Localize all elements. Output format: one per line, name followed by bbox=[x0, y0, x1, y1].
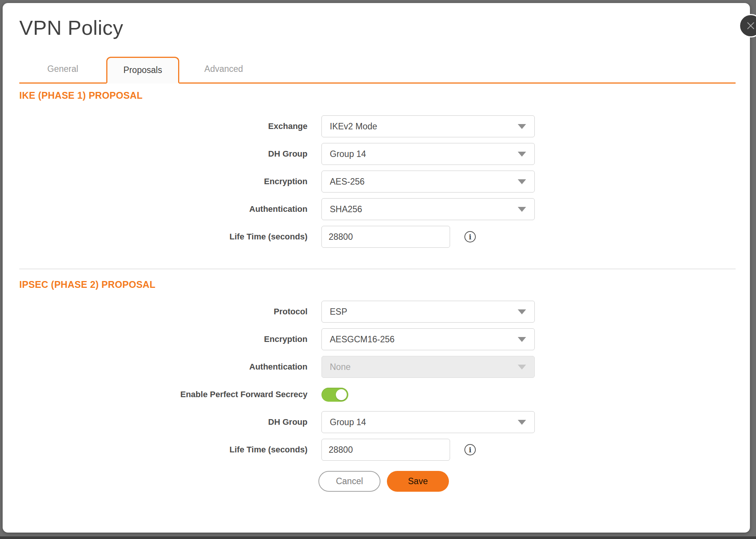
form-row-ike-authentication: Authentication SHA256 bbox=[19, 198, 736, 220]
section-divider bbox=[19, 269, 736, 269]
ipsec-dh-group-label: DH Group bbox=[19, 417, 307, 427]
ike-lifetime-input[interactable] bbox=[321, 226, 450, 248]
chevron-down-icon bbox=[518, 152, 526, 157]
info-icon[interactable]: i bbox=[464, 444, 476, 455]
ike-lifetime-label: Life Time (seconds) bbox=[19, 232, 307, 242]
ike-encryption-select-value: AES-256 bbox=[330, 177, 365, 187]
vpn-policy-dialog: VPN Policy General Proposals Advanced IK… bbox=[3, 3, 750, 533]
page-title: VPN Policy bbox=[19, 16, 750, 39]
form-row-protocol: Protocol ESP bbox=[19, 301, 736, 323]
ike-authentication-select-value: SHA256 bbox=[330, 204, 362, 214]
protocol-select[interactable]: ESP bbox=[321, 301, 535, 323]
chevron-down-icon bbox=[518, 337, 526, 342]
tab-advanced[interactable]: Advanced bbox=[179, 56, 268, 82]
protocol-select-value: ESP bbox=[330, 307, 347, 317]
exchange-select-value: IKEv2 Mode bbox=[330, 121, 377, 132]
ike-authentication-select[interactable]: SHA256 bbox=[321, 198, 535, 220]
ike-dh-group-label: DH Group bbox=[19, 149, 307, 159]
ike-authentication-label: Authentication bbox=[19, 204, 307, 214]
ike-dh-group-select-value: Group 14 bbox=[330, 149, 366, 159]
ipsec-lifetime-input[interactable] bbox=[321, 439, 450, 461]
ike-encryption-label: Encryption bbox=[19, 177, 307, 186]
chevron-down-icon bbox=[518, 365, 526, 370]
form-row-ike-encryption: Encryption AES-256 bbox=[19, 171, 736, 193]
tab-proposals[interactable]: Proposals bbox=[106, 57, 179, 84]
form-row-pfs-toggle: Enable Perfect Forward Secrecy bbox=[19, 384, 736, 405]
tab-panel-proposals: IKE (PHASE 1) PROPOSAL Exchange IKEv2 Mo… bbox=[3, 90, 750, 492]
exchange-label: Exchange bbox=[19, 121, 307, 131]
ipsec-dh-group-select[interactable]: Group 14 bbox=[321, 411, 535, 433]
chevron-down-icon bbox=[518, 179, 526, 184]
form-row-ipsec-dh-group: DH Group Group 14 bbox=[19, 411, 736, 433]
save-button[interactable]: Save bbox=[387, 471, 449, 492]
pfs-toggle[interactable] bbox=[321, 388, 348, 402]
tab-bar: General Proposals Advanced bbox=[19, 56, 736, 84]
cancel-button[interactable]: Cancel bbox=[318, 471, 380, 492]
chevron-down-icon bbox=[518, 309, 526, 314]
ipsec-dh-group-select-value: Group 14 bbox=[330, 417, 366, 427]
screen-background: VPN Policy General Proposals Advanced IK… bbox=[0, 0, 756, 539]
form-row-ike-lifetime: Life Time (seconds) i bbox=[19, 226, 736, 248]
info-icon[interactable]: i bbox=[464, 231, 476, 242]
ipsec-encryption-select-value: AESGCM16-256 bbox=[330, 334, 394, 345]
chevron-down-icon bbox=[518, 420, 526, 425]
ipsec-section-heading: IPSEC (PHASE 2) PROPOSAL bbox=[19, 279, 736, 290]
chevron-down-icon bbox=[518, 207, 526, 212]
ike-section: Exchange IKEv2 Mode DH Group Group 14 bbox=[19, 115, 736, 248]
tab-general[interactable]: General bbox=[19, 56, 106, 82]
ipsec-authentication-select-value: None bbox=[330, 362, 351, 372]
ipsec-encryption-select[interactable]: AESGCM16-256 bbox=[321, 328, 535, 350]
ipsec-authentication-label: Authentication bbox=[19, 362, 307, 372]
chevron-down-icon bbox=[518, 124, 526, 129]
ipsec-encryption-label: Encryption bbox=[19, 334, 307, 344]
pfs-toggle-label: Enable Perfect Forward Secrecy bbox=[19, 390, 307, 399]
ipsec-lifetime-label: Life Time (seconds) bbox=[19, 445, 307, 455]
form-row-ipsec-authentication: Authentication None bbox=[19, 356, 736, 378]
dialog-footer: Cancel Save bbox=[318, 471, 736, 492]
exchange-select[interactable]: IKEv2 Mode bbox=[321, 115, 535, 137]
ipsec-section: Protocol ESP Encryption AESGCM16-256 bbox=[19, 301, 736, 461]
ipsec-authentication-select-disabled: None bbox=[321, 356, 535, 378]
form-row-ipsec-encryption: Encryption AESGCM16-256 bbox=[19, 328, 736, 350]
close-x-icon bbox=[746, 21, 756, 31]
form-row-exchange: Exchange IKEv2 Mode bbox=[19, 115, 736, 137]
toggle-knob bbox=[336, 389, 347, 400]
ike-dh-group-select[interactable]: Group 14 bbox=[321, 143, 535, 165]
ike-encryption-select[interactable]: AES-256 bbox=[321, 171, 535, 193]
protocol-label: Protocol bbox=[19, 307, 307, 317]
form-row-ike-dh-group: DH Group Group 14 bbox=[19, 143, 736, 165]
ike-section-heading: IKE (PHASE 1) PROPOSAL bbox=[19, 90, 736, 101]
form-row-ipsec-lifetime: Life Time (seconds) i bbox=[19, 439, 736, 461]
